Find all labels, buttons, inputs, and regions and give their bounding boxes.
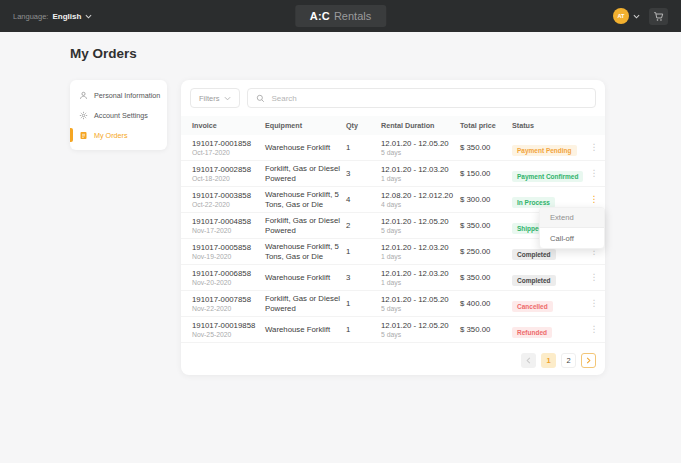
equipment-name: Warehouse Forklift — [265, 273, 346, 282]
total-price: $ 400.00 — [460, 299, 512, 308]
quantity: 3 — [346, 273, 381, 282]
table-row: 191017-0001858 Oct-17-2020 Warehouse For… — [181, 135, 605, 161]
quantity: 4 — [346, 195, 381, 204]
menu-item-extend[interactable]: Extend — [540, 208, 604, 228]
invoice-date: Oct-17-2020 — [192, 149, 265, 156]
sidebar-item-account-settings[interactable]: Account Settings — [70, 105, 167, 125]
rental-days: 1 days — [381, 279, 460, 286]
page-title: My Orders — [70, 46, 137, 61]
invoice-date: Oct-18-2020 — [192, 175, 265, 182]
row-actions-button[interactable]: ⋮ — [586, 271, 603, 284]
invoice-date: Nov-22-2020 — [192, 305, 265, 312]
chevron-down-icon — [224, 96, 231, 101]
quantity: 1 — [346, 325, 381, 334]
equipment-name: Forklift, Gas or Diesel Powered — [265, 164, 346, 182]
status-badge: Cancelled — [512, 301, 553, 312]
pagination-page-2[interactable]: 2 — [561, 353, 576, 368]
chevron-down-icon — [85, 14, 92, 19]
pagination-page-1[interactable]: 1 — [541, 353, 556, 368]
quantity: 2 — [346, 221, 381, 230]
invoice-date: Oct-22-2020 — [192, 201, 265, 208]
pagination-prev-button[interactable] — [521, 353, 536, 368]
total-price: $ 350.00 — [460, 273, 512, 282]
table-row: 191017-00019858 Nov-25-2020 Warehouse Fo… — [181, 317, 605, 343]
account-sidebar: Personal Information Account Settings My… — [70, 80, 167, 150]
search-input[interactable] — [271, 94, 587, 103]
rental-duration: 12.01.20 - 12.03.20 — [381, 243, 460, 252]
status-badge: Completed — [512, 275, 556, 286]
brand-logo-bold: A:C — [310, 10, 330, 22]
row-actions-menu: Extend Call-off — [539, 207, 605, 249]
active-indicator — [70, 128, 73, 142]
row-actions-button-active[interactable]: ⋮ — [586, 193, 603, 206]
column-header-total-price: Total price — [460, 121, 512, 130]
table-row: 191017-0007858 Nov-22-2020 Forklift, Gas… — [181, 291, 605, 317]
quantity: 1 — [346, 247, 381, 256]
rental-days: 1 days — [381, 253, 460, 260]
table-toolbar: Filters — [181, 80, 605, 116]
equipment-name: Warehouse Forklift — [265, 143, 346, 152]
rental-duration: 12.01.20 - 12.03.20 — [381, 269, 460, 278]
cart-button[interactable] — [649, 8, 668, 25]
filters-label: Filters — [199, 94, 219, 103]
invoice-date: Nov-17-2020 — [192, 227, 265, 234]
row-actions-button[interactable]: ⋮ — [586, 141, 603, 154]
invoice-number: 191017-0007858 — [192, 295, 265, 304]
total-price: $ 250.00 — [460, 247, 512, 256]
equipment-name: Forklift, Gas or Diesel Powered — [265, 216, 346, 234]
row-actions-button[interactable]: ⋮ — [586, 297, 603, 310]
total-price: $ 350.00 — [460, 143, 512, 152]
invoice-number: 191017-0005858 — [192, 243, 265, 252]
quantity: 1 — [346, 299, 381, 308]
total-price: $ 350.00 — [460, 325, 512, 334]
gear-icon — [79, 111, 88, 120]
pagination-next-button[interactable] — [581, 353, 596, 368]
column-header-status: Status — [512, 121, 583, 130]
language-switcher[interactable]: Language: English — [13, 12, 92, 21]
quantity: 1 — [346, 143, 381, 152]
rental-duration: 12.01.20 - 12.05.20 — [381, 321, 460, 330]
rental-days: 5 days — [381, 149, 460, 156]
total-price: $ 150.00 — [460, 169, 512, 178]
invoice-date: Nov-19-2020 — [192, 253, 265, 260]
language-label: Language: — [13, 12, 48, 21]
chevron-left-icon — [526, 357, 531, 364]
chevron-right-icon — [586, 357, 591, 364]
avatar: AT — [613, 8, 629, 24]
rental-days: 5 days — [381, 305, 460, 312]
rental-duration: 12.01.20 - 12.05.20 — [381, 295, 460, 304]
table-row: 191017-0006858 Nov-20-2020 Warehouse For… — [181, 265, 605, 291]
sidebar-item-personal-information[interactable]: Personal Information — [70, 85, 167, 105]
brand-logo-rest: Rentals — [334, 10, 371, 22]
sidebar-item-my-orders[interactable]: My Orders — [70, 125, 167, 145]
column-header-invoice: Invoice — [192, 121, 265, 130]
column-header-equipment: Equipment — [265, 121, 346, 130]
brand-logo[interactable]: A:C Rentals — [295, 5, 386, 27]
filters-button[interactable]: Filters — [190, 88, 240, 108]
status-badge: Payment Confirmed — [512, 171, 583, 182]
rental-duration: 12.08.20 - 12.012.20 — [381, 191, 460, 200]
equipment-name: Warehouse Forklift, 5 Tons, Gas or Die — [265, 190, 346, 208]
row-actions-button[interactable]: ⋮ — [586, 323, 603, 336]
search-box — [247, 88, 596, 108]
column-header-rental-duration: Rental Duration — [381, 121, 460, 130]
status-badge: Payment Pending — [512, 145, 577, 156]
sidebar-item-label: Personal Information — [94, 91, 160, 100]
rental-days: 1 days — [381, 175, 460, 182]
column-header-qty: Qty — [346, 121, 381, 130]
invoice-number: 191017-0004858 — [192, 217, 265, 226]
invoice-number: 191017-0001858 — [192, 139, 265, 148]
rental-duration: 12.01.20 - 12.05.20 — [381, 139, 460, 148]
row-actions-button[interactable]: ⋮ — [586, 167, 603, 180]
orders-panel: Filters Invoice Equipment Qty Rental Dur… — [181, 80, 605, 375]
sidebar-item-label: My Orders — [94, 131, 128, 140]
pagination: 1 2 — [181, 345, 605, 375]
user-menu[interactable]: AT — [613, 8, 640, 24]
chevron-down-icon — [633, 14, 640, 19]
total-price: $ 350.00 — [460, 221, 512, 230]
menu-item-call-off[interactable]: Call-off — [540, 228, 604, 248]
total-price: $ 300.00 — [460, 195, 512, 204]
rental-duration: 12.01.20 - 12.05.20 — [381, 217, 460, 226]
rental-days: 4 days — [381, 201, 460, 208]
sidebar-item-label: Account Settings — [94, 111, 148, 120]
